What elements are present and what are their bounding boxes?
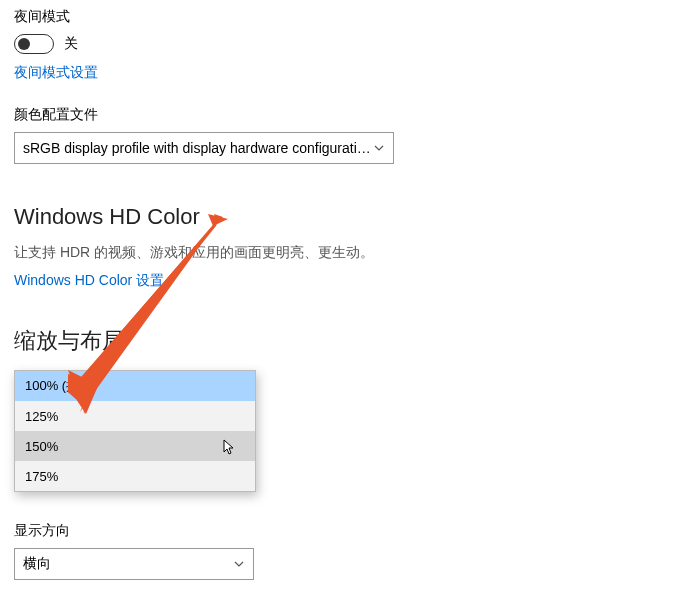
night-mode-settings-link[interactable]: 夜间模式设置: [14, 64, 680, 82]
night-mode-toggle[interactable]: [14, 34, 54, 54]
color-profile-selected: sRGB display profile with display hardwa…: [23, 140, 373, 156]
scale-option-125[interactable]: 125%: [15, 401, 255, 431]
chevron-down-icon: [373, 142, 385, 154]
scale-option-175[interactable]: 175%: [15, 461, 255, 491]
scale-option-100[interactable]: 100% (推荐): [15, 371, 255, 401]
scale-option-150[interactable]: 150%: [15, 431, 255, 461]
color-profile-section: 颜色配置文件 sRGB display profile with display…: [14, 106, 680, 164]
scale-option-150-label: 150%: [25, 439, 58, 454]
orientation-section: 显示方向 横向: [14, 522, 680, 580]
hd-color-heading: Windows HD Color: [14, 204, 680, 230]
hd-color-section: Windows HD Color 让支持 HDR 的视频、游戏和应用的画面更明亮…: [14, 204, 680, 290]
scale-option-125-label: 125%: [25, 409, 58, 424]
scale-option-100-label: 100% (推荐): [25, 377, 97, 395]
night-mode-state: 关: [64, 35, 78, 53]
orientation-title: 显示方向: [14, 522, 680, 540]
scale-layout-heading: 缩放与布局: [14, 326, 680, 356]
color-profile-combobox[interactable]: sRGB display profile with display hardwa…: [14, 132, 394, 164]
hd-color-settings-link[interactable]: Windows HD Color 设置: [14, 272, 680, 290]
scale-option-175-label: 175%: [25, 469, 58, 484]
toggle-knob: [18, 38, 30, 50]
color-profile-title: 颜色配置文件: [14, 106, 680, 124]
orientation-selected: 横向: [23, 555, 51, 573]
cursor-icon: [223, 439, 237, 457]
hd-color-description: 让支持 HDR 的视频、游戏和应用的画面更明亮、更生动。: [14, 244, 680, 262]
night-mode-title: 夜间模式: [14, 8, 680, 26]
night-mode-toggle-row: 关: [14, 34, 680, 54]
night-mode-section: 夜间模式 关 夜间模式设置: [14, 8, 680, 82]
chevron-down-icon: [233, 558, 245, 570]
scale-dropdown: 100% (推荐) 125% 150% 175%: [14, 370, 256, 492]
orientation-combobox[interactable]: 横向: [14, 548, 254, 580]
